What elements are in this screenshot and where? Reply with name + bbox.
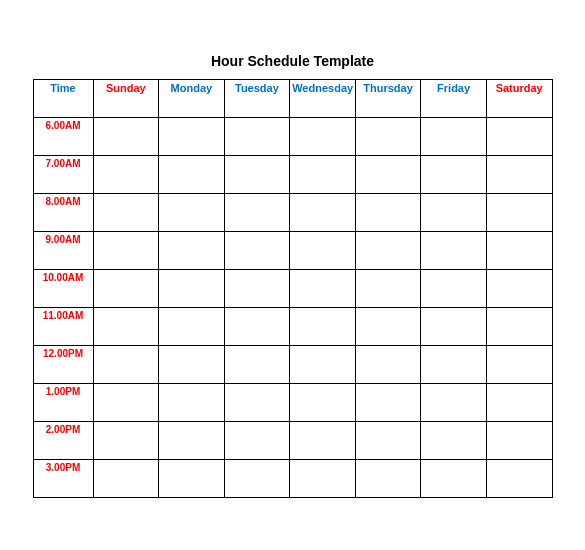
schedule-cell[interactable] (355, 231, 421, 269)
schedule-cell[interactable] (421, 421, 487, 459)
time-cell: 10.00AM (33, 269, 93, 307)
schedule-cell[interactable] (290, 269, 356, 307)
schedule-cell[interactable] (159, 383, 225, 421)
header-saturday: Saturday (486, 79, 552, 117)
schedule-cell[interactable] (159, 117, 225, 155)
header-thursday: Thursday (355, 79, 421, 117)
schedule-cell[interactable] (224, 155, 290, 193)
schedule-cell[interactable] (224, 193, 290, 231)
schedule-cell[interactable] (486, 117, 552, 155)
schedule-cell[interactable] (290, 383, 356, 421)
header-wednesday: Wednesday (290, 79, 356, 117)
schedule-cell[interactable] (355, 345, 421, 383)
schedule-cell[interactable] (159, 231, 225, 269)
schedule-cell[interactable] (290, 421, 356, 459)
schedule-cell[interactable] (93, 117, 159, 155)
schedule-cell[interactable] (159, 193, 225, 231)
schedule-cell[interactable] (421, 269, 487, 307)
schedule-cell[interactable] (93, 459, 159, 497)
schedule-cell[interactable] (355, 117, 421, 155)
time-cell: 6.00AM (33, 117, 93, 155)
schedule-cell[interactable] (159, 307, 225, 345)
schedule-cell[interactable] (421, 383, 487, 421)
schedule-cell[interactable] (421, 155, 487, 193)
schedule-cell[interactable] (355, 459, 421, 497)
schedule-cell[interactable] (486, 231, 552, 269)
schedule-cell[interactable] (355, 269, 421, 307)
schedule-cell[interactable] (159, 345, 225, 383)
schedule-cell[interactable] (421, 117, 487, 155)
schedule-cell[interactable] (290, 345, 356, 383)
schedule-cell[interactable] (224, 345, 290, 383)
schedule-cell[interactable] (290, 307, 356, 345)
schedule-cell[interactable] (421, 231, 487, 269)
header-friday: Friday (421, 79, 487, 117)
time-cell: 7.00AM (33, 155, 93, 193)
schedule-cell[interactable] (355, 383, 421, 421)
schedule-cell[interactable] (224, 117, 290, 155)
schedule-cell[interactable] (93, 421, 159, 459)
schedule-cell[interactable] (486, 307, 552, 345)
schedule-cell[interactable] (290, 155, 356, 193)
schedule-cell[interactable] (290, 231, 356, 269)
schedule-cell[interactable] (290, 459, 356, 497)
table-row: 10.00AM (33, 269, 552, 307)
schedule-cell[interactable] (290, 193, 356, 231)
schedule-cell[interactable] (421, 345, 487, 383)
schedule-cell[interactable] (93, 231, 159, 269)
schedule-cell[interactable] (355, 307, 421, 345)
table-row: 3.00PM (33, 459, 552, 497)
schedule-cell[interactable] (159, 155, 225, 193)
schedule-cell[interactable] (486, 193, 552, 231)
schedule-cell[interactable] (355, 421, 421, 459)
schedule-cell[interactable] (486, 269, 552, 307)
schedule-cell[interactable] (486, 383, 552, 421)
schedule-cell[interactable] (355, 155, 421, 193)
schedule-cell[interactable] (93, 345, 159, 383)
schedule-cell[interactable] (290, 117, 356, 155)
schedule-cell[interactable] (93, 155, 159, 193)
table-row: 12.00PM (33, 345, 552, 383)
schedule-cell[interactable] (486, 459, 552, 497)
time-cell: 8.00AM (33, 193, 93, 231)
schedule-cell[interactable] (355, 193, 421, 231)
table-row: 2.00PM (33, 421, 552, 459)
header-time: Time (33, 79, 93, 117)
schedule-table: Time Sunday Monday Tuesday Wednesday Thu… (33, 79, 553, 498)
schedule-cell[interactable] (159, 459, 225, 497)
schedule-cell[interactable] (93, 383, 159, 421)
schedule-cell[interactable] (421, 193, 487, 231)
header-monday: Monday (159, 79, 225, 117)
schedule-cell[interactable] (159, 421, 225, 459)
schedule-cell[interactable] (486, 421, 552, 459)
schedule-cell[interactable] (486, 345, 552, 383)
header-row: Time Sunday Monday Tuesday Wednesday Thu… (33, 79, 552, 117)
table-row: 6.00AM (33, 117, 552, 155)
schedule-cell[interactable] (224, 231, 290, 269)
schedule-cell[interactable] (421, 459, 487, 497)
time-cell: 1.00PM (33, 383, 93, 421)
schedule-cell[interactable] (93, 269, 159, 307)
schedule-cell[interactable] (486, 155, 552, 193)
table-row: 8.00AM (33, 193, 552, 231)
table-row: 9.00AM (33, 231, 552, 269)
table-row: 1.00PM (33, 383, 552, 421)
time-cell: 11.00AM (33, 307, 93, 345)
schedule-cell[interactable] (421, 307, 487, 345)
schedule-cell[interactable] (224, 459, 290, 497)
schedule-cell[interactable] (93, 307, 159, 345)
schedule-cell[interactable] (224, 421, 290, 459)
time-cell: 9.00AM (33, 231, 93, 269)
table-row: 11.00AM (33, 307, 552, 345)
header-tuesday: Tuesday (224, 79, 290, 117)
page-title: Hour Schedule Template (33, 53, 553, 69)
table-row: 7.00AM (33, 155, 552, 193)
schedule-cell[interactable] (224, 383, 290, 421)
schedule-cell[interactable] (224, 269, 290, 307)
time-cell: 12.00PM (33, 345, 93, 383)
schedule-cell[interactable] (159, 269, 225, 307)
header-sunday: Sunday (93, 79, 159, 117)
schedule-cell[interactable] (93, 193, 159, 231)
time-cell: 2.00PM (33, 421, 93, 459)
schedule-cell[interactable] (224, 307, 290, 345)
